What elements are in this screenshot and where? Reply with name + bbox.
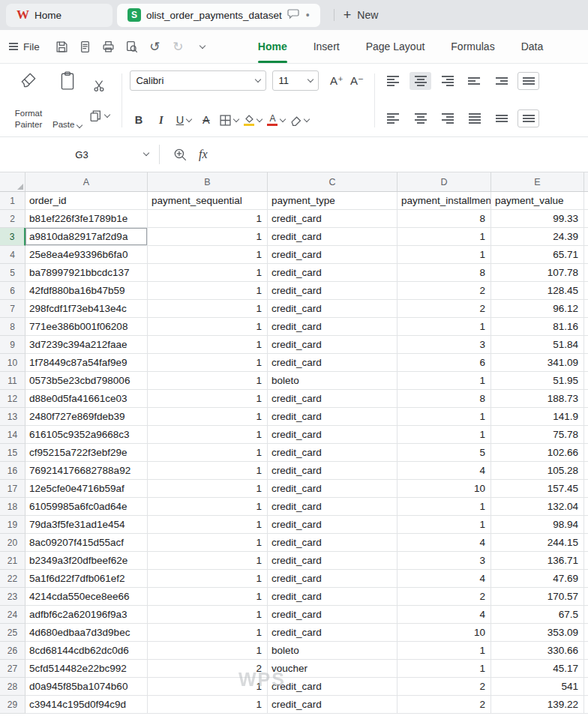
- cell-E17[interactable]: 157.45: [491, 480, 584, 498]
- decrease-indent-icon[interactable]: [464, 72, 485, 90]
- cell-C22[interactable]: credit_card: [268, 570, 398, 588]
- cell-C18[interactable]: credit_card: [268, 498, 398, 516]
- font-size-select[interactable]: 11: [272, 70, 319, 91]
- row-header-8[interactable]: 8: [0, 318, 26, 336]
- cell-E7[interactable]: 96.12: [491, 300, 584, 318]
- cell-C27[interactable]: voucher: [268, 660, 398, 678]
- row-header-13[interactable]: 13: [0, 408, 26, 426]
- cell-D28[interactable]: 2: [398, 678, 491, 696]
- row-header-20[interactable]: 20: [0, 534, 26, 552]
- cell-B2[interactable]: 1: [148, 210, 268, 228]
- cell-A29[interactable]: c39414c195d0f94c9d: [26, 696, 148, 714]
- cell-E9[interactable]: 51.84: [491, 336, 584, 354]
- cell-D26[interactable]: 1: [398, 642, 491, 660]
- cell-A12[interactable]: d88e0d5fa41661ce03: [26, 390, 148, 408]
- home-tab[interactable]: W Home: [6, 4, 112, 27]
- cell-D20[interactable]: 4: [398, 534, 491, 552]
- cell-E27[interactable]: 45.17: [491, 660, 584, 678]
- cell-E21[interactable]: 136.71: [491, 552, 584, 570]
- cell-C24[interactable]: credit_card: [268, 606, 398, 624]
- insert-function-button[interactable]: fx: [199, 148, 208, 161]
- cell-C5[interactable]: credit_card: [268, 264, 398, 282]
- cell-C13[interactable]: credit_card: [268, 408, 398, 426]
- align-top-icon[interactable]: [382, 72, 404, 90]
- justify-icon[interactable]: [464, 109, 485, 127]
- cell-A10[interactable]: 1f78449c87a54faf9e9: [26, 354, 148, 372]
- cell-A23[interactable]: 4214cda550ece8ee66: [26, 588, 148, 606]
- cell-B8[interactable]: 1: [148, 318, 268, 336]
- paste-button[interactable]: Paste: [50, 69, 85, 132]
- cell-D5[interactable]: 8: [398, 264, 491, 282]
- cell-E11[interactable]: 51.95: [491, 372, 584, 390]
- cell-D29[interactable]: 2: [398, 696, 491, 714]
- column-header-E[interactable]: E: [491, 172, 584, 191]
- underline-button[interactable]: U: [175, 111, 192, 129]
- cell-B22[interactable]: 1: [148, 570, 268, 588]
- cell-A7[interactable]: 298fcdf1f73eb413e4c: [26, 300, 148, 318]
- align-left-icon[interactable]: [382, 109, 404, 127]
- cell-E6[interactable]: 128.45: [491, 282, 584, 300]
- ribbon-tab-data[interactable]: Data: [521, 30, 544, 63]
- cell-E23[interactable]: 170.57: [491, 588, 584, 606]
- align-right-icon[interactable]: [436, 109, 458, 127]
- cell-A3[interactable]: a9810da82917af2d9a: [26, 228, 148, 246]
- row-header-3[interactable]: 3: [0, 228, 26, 246]
- row-header-5[interactable]: 5: [0, 264, 26, 282]
- save-button[interactable]: [52, 37, 72, 57]
- wrap-text-icon[interactable]: [518, 109, 539, 127]
- cell-A16[interactable]: 769214176682788a92: [26, 462, 148, 480]
- cell-D3[interactable]: 1: [398, 228, 491, 246]
- cell-B5[interactable]: 1: [148, 264, 268, 282]
- cell-B4[interactable]: 1: [148, 246, 268, 264]
- text-orientation-icon[interactable]: [518, 72, 539, 90]
- ribbon-tab-page-layout[interactable]: Page Layout: [366, 30, 425, 63]
- borders-button[interactable]: [220, 111, 238, 129]
- cell-D2[interactable]: 8: [398, 210, 491, 228]
- row-header-18[interactable]: 18: [0, 498, 26, 516]
- cell-A24[interactable]: adfbf6c2a620196f9a3: [26, 606, 148, 624]
- cell-B19[interactable]: 1: [148, 516, 268, 534]
- cell-C12[interactable]: credit_card: [268, 390, 398, 408]
- row-header-22[interactable]: 22: [0, 570, 26, 588]
- cell-D14[interactable]: 1: [398, 426, 491, 444]
- cell-D4[interactable]: 1: [398, 246, 491, 264]
- cell-A14[interactable]: 616105c9352a9668c3: [26, 426, 148, 444]
- row-header-24[interactable]: 24: [0, 606, 26, 624]
- cell-B21[interactable]: 1: [148, 552, 268, 570]
- cell-A19[interactable]: 79da3f5fe31ad1e454: [26, 516, 148, 534]
- cell-C25[interactable]: credit_card: [268, 624, 398, 642]
- cell-C10[interactable]: credit_card: [268, 354, 398, 372]
- cell-A6[interactable]: 42fdf880ba16b47b59: [26, 282, 148, 300]
- cell-A18[interactable]: 61059985a6fc0ad64e: [26, 498, 148, 516]
- document-tab[interactable]: S olist_order_payments_dataset •: [117, 4, 320, 27]
- cell-B23[interactable]: 1: [148, 588, 268, 606]
- cell-C19[interactable]: credit_card: [268, 516, 398, 534]
- cell-B12[interactable]: 1: [148, 390, 268, 408]
- cell-A26[interactable]: 8cd68144cdb62dc0d6: [26, 642, 148, 660]
- cell-D22[interactable]: 4: [398, 570, 491, 588]
- cell-C11[interactable]: boleto: [268, 372, 398, 390]
- print-button[interactable]: [98, 37, 118, 57]
- row-header-2[interactable]: 2: [0, 210, 26, 228]
- cell-B9[interactable]: 1: [148, 336, 268, 354]
- cell-D12[interactable]: 8: [398, 390, 491, 408]
- cell-E2[interactable]: 99.33: [491, 210, 584, 228]
- cell-D17[interactable]: 10: [398, 480, 491, 498]
- cell-C2[interactable]: credit_card: [268, 210, 398, 228]
- cell-C3[interactable]: credit_card: [268, 228, 398, 246]
- cell-B29[interactable]: 1: [148, 696, 268, 714]
- cell-B6[interactable]: 1: [148, 282, 268, 300]
- row-header-7[interactable]: 7: [0, 300, 26, 318]
- cell-A17[interactable]: 12e5cfe0e4716b59af: [26, 480, 148, 498]
- cell-B27[interactable]: 2: [148, 660, 268, 678]
- cell-A21[interactable]: b2349a3f20dfbeef62e: [26, 552, 148, 570]
- cell-C4[interactable]: credit_card: [268, 246, 398, 264]
- row-header-25[interactable]: 25: [0, 624, 26, 642]
- cell-A11[interactable]: 0573b5e23cbd798006: [26, 372, 148, 390]
- ribbon-tab-insert[interactable]: Insert: [314, 30, 340, 63]
- cell-B11[interactable]: 1: [148, 372, 268, 390]
- cell-B14[interactable]: 1: [148, 426, 268, 444]
- cell-A13[interactable]: 2480f727e869fdeb39: [26, 408, 148, 426]
- cell-E8[interactable]: 81.16: [491, 318, 584, 336]
- shrink-font-button[interactable]: A⁻: [346, 74, 367, 88]
